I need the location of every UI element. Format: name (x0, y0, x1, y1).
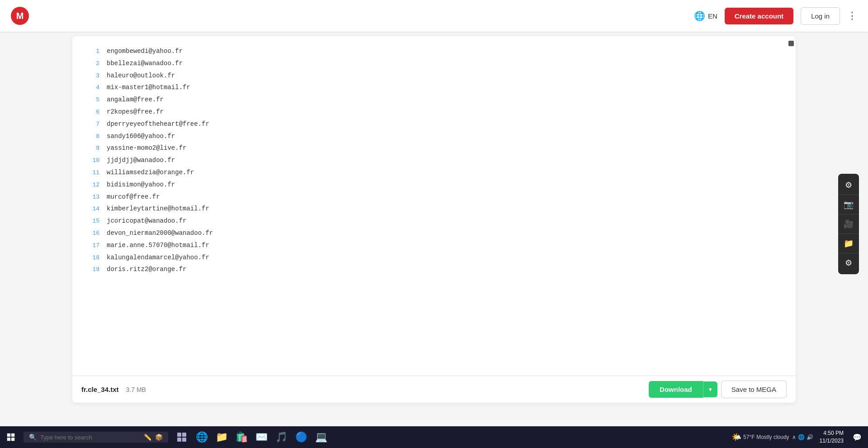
line-content: devon_nierman2000@wanadoo.fr (107, 228, 213, 238)
line-number: 14 (81, 205, 99, 214)
header-right: 🌐 EN Create account Log in ⋮ (694, 7, 857, 25)
table-row: 9 yassine-momo2@live.fr (81, 142, 787, 154)
side-tool-folder[interactable]: 📁 (838, 234, 859, 253)
line-number: 11 (81, 168, 99, 178)
line-number: 17 (81, 241, 99, 251)
header-left: M (11, 7, 29, 25)
side-toolbar: ⚙ 📷 🎥 📁 ⚙ (838, 174, 859, 274)
taskbar-app-icons: 🌐 📁 🛍️ ✉️ 🎵 🔵 💻 (172, 427, 331, 447)
line-number: 16 (81, 229, 99, 238)
table-row: 13 murcof@free.fr (81, 191, 787, 203)
line-number: 19 (81, 265, 99, 275)
table-row: 15 jcoricopat@wanadoo.fr (81, 215, 787, 227)
chevron-up-icon[interactable]: ∧ (792, 434, 796, 440)
file-explorer-icon[interactable]: 📁 (212, 427, 231, 447)
weather-icon: 🌤️ (731, 432, 741, 442)
header: M 🌐 EN Create account Log in ⋮ (0, 0, 868, 32)
line-number: 12 (81, 181, 99, 190)
line-number: 1 (81, 47, 99, 57)
table-row: 18 kalungalendamarcel@yahoo.fr (81, 252, 787, 264)
table-row: 8 sandy1606@yahoo.fr (81, 130, 787, 143)
line-number: 6 (81, 108, 99, 117)
side-tool-gear[interactable]: ⚙ (838, 253, 859, 272)
line-content: bbellezai@wanadoo.fr (107, 58, 183, 68)
line-number: 10 (81, 156, 99, 166)
table-row: 1 engombewedi@yahoo.fr (81, 45, 787, 57)
line-content: williamsedzia@orange.fr (107, 167, 194, 177)
svg-rect-1 (182, 433, 186, 437)
table-row: 19 doris.ritz2@orange.fr (81, 263, 787, 276)
weather-info: 🌤️ 57°F Mostly cloudy (731, 432, 789, 442)
store-icon[interactable]: 🛍️ (231, 427, 251, 447)
download-button[interactable]: Download (649, 381, 703, 398)
download-dropdown-button[interactable]: ▾ (703, 381, 717, 397)
line-number: 2 (81, 59, 99, 69)
scroll-indicator (788, 41, 794, 46)
table-row: 3 haleuro@outlook.fr (81, 70, 787, 82)
line-content: r2kopes@free.fr (107, 107, 164, 117)
system-tray: ∧ 🌐 🔊 (792, 434, 813, 440)
line-content: kimberleytartine@hotmail.fr (107, 204, 209, 214)
network-icon[interactable]: 🌐 (798, 434, 805, 440)
side-tool-settings[interactable]: ⚙ (838, 176, 859, 195)
line-number: 13 (81, 193, 99, 202)
chrome-icon[interactable]: 🔵 (291, 427, 311, 447)
line-number: 3 (81, 71, 99, 81)
file-size: 3.7 MB (126, 386, 146, 393)
svg-rect-0 (177, 433, 181, 437)
line-content: dperryeyeoftheheart@free.fr (107, 119, 209, 129)
line-number: 7 (81, 120, 99, 129)
taskbar: 🔍 ✏️ 📦 🌐 📁 🛍️ ✉️ 🎵 🔵 💻 🌤️ 57°F Mostly cl… (0, 426, 868, 448)
side-tool-camera[interactable]: 📷 (838, 195, 859, 214)
start-button[interactable] (0, 426, 22, 448)
save-to-mega-button[interactable]: Save to MEGA (721, 381, 787, 398)
mega-logo[interactable]: M (11, 7, 29, 25)
table-row: 12 bidisimon@yahoo.fr (81, 179, 787, 191)
file-content-scroll[interactable]: 1 engombewedi@yahoo.fr 2 bbellezai@wanad… (72, 45, 796, 367)
file-action-bar: fr.cle_34.txt 3.7 MB Download ▾ Save to … (72, 376, 796, 403)
mail-icon[interactable]: ✉️ (251, 427, 271, 447)
login-button[interactable]: Log in (801, 7, 840, 25)
table-row: 7 dperryeyeoftheheart@free.fr (81, 118, 787, 130)
file-content-area: 1 engombewedi@yahoo.fr 2 bbellezai@wanad… (72, 36, 796, 376)
line-number: 9 (81, 144, 99, 153)
app-icon-7[interactable]: 💻 (311, 427, 331, 447)
spotify-icon[interactable]: 🎵 (271, 427, 291, 447)
more-options-button[interactable]: ⋮ (847, 10, 857, 22)
create-account-button[interactable]: Create account (725, 8, 793, 24)
file-info: fr.cle_34.txt 3.7 MB (81, 386, 146, 393)
file-name: fr.cle_34.txt (81, 386, 119, 393)
clock-time: 4:50 PM (820, 429, 844, 437)
search-icon: 🔍 (29, 434, 37, 441)
pencil-icon: ✏️ (144, 434, 151, 441)
line-content: mix-master1@hotmail.fr (107, 82, 190, 92)
table-row: 5 angalam@free.fr (81, 94, 787, 106)
side-tool-video[interactable]: 🎥 (838, 214, 859, 234)
clock-date: 11/1/2023 (820, 437, 844, 445)
line-number: 18 (81, 253, 99, 263)
taskbar-search[interactable]: 🔍 ✏️ 📦 (24, 432, 168, 443)
globe-icon: 🌐 (694, 10, 705, 21)
table-row: 10 jjdjdjj@wanadoo.fr (81, 154, 787, 167)
line-number: 5 (81, 95, 99, 105)
file-viewer-panel: 1 engombewedi@yahoo.fr 2 bbellezai@wanad… (72, 36, 796, 403)
volume-icon[interactable]: 🔊 (807, 434, 813, 440)
line-number: 4 (81, 83, 99, 93)
line-content: bidisimon@yahoo.fr (107, 180, 175, 190)
system-clock[interactable]: 4:50 PM 11/1/2023 (816, 429, 847, 445)
table-row: 11 williamsedzia@orange.fr (81, 167, 787, 179)
edge-icon[interactable]: 🌐 (192, 427, 212, 447)
line-content: yassine-momo2@live.fr (107, 143, 186, 153)
line-number: 15 (81, 217, 99, 226)
task-view-button[interactable] (172, 427, 192, 447)
table-row: 6 r2kopes@free.fr (81, 106, 787, 118)
line-content: kalungalendamarcel@yahoo.fr (107, 253, 209, 262)
line-content: haleuro@outlook.fr (107, 71, 175, 81)
language-button[interactable]: 🌐 EN (694, 10, 717, 21)
line-content: murcof@free.fr (107, 192, 160, 202)
table-row: 2 bbellezai@wanadoo.fr (81, 57, 787, 70)
line-number: 8 (81, 132, 99, 142)
notification-button[interactable]: 💬 (850, 433, 864, 442)
line-content: sandy1606@yahoo.fr (107, 131, 175, 141)
search-input[interactable] (40, 434, 140, 441)
